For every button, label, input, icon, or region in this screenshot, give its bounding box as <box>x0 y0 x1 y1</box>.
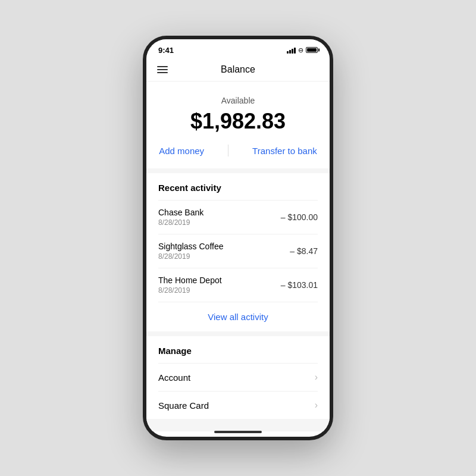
page-title: Balance <box>221 64 255 75</box>
activity-amount-1: – $8.47 <box>290 246 318 256</box>
activity-amount-2: – $103.01 <box>281 280 318 290</box>
activity-section-title: Recent activity <box>158 183 318 193</box>
balance-section: Available $1,982.83 Add money Transfer t… <box>146 82 330 168</box>
activity-name-2: The Home Depot <box>158 275 222 285</box>
phone-frame: 9:41 ⊖ Balance Available $1,982.8 <box>143 36 333 440</box>
status-icons: ⊖ <box>287 46 318 54</box>
manage-item-square-card[interactable]: Square Card › <box>158 391 318 419</box>
chevron-icon-square-card: › <box>315 400 318 411</box>
activity-info-2: The Home Depot 8/28/2019 <box>158 275 222 295</box>
activity-date-1: 8/28/2019 <box>158 252 223 261</box>
manage-item-label-square-card: Square Card <box>158 400 209 411</box>
chevron-icon-account: › <box>315 372 318 383</box>
activity-item-2[interactable]: The Home Depot 8/28/2019 – $103.01 <box>158 268 318 302</box>
manage-section-title: Manage <box>158 346 318 356</box>
scroll-area[interactable]: Available $1,982.83 Add money Transfer t… <box>146 82 330 431</box>
status-time: 9:41 <box>158 46 174 55</box>
manage-item-account[interactable]: Account › <box>158 363 318 391</box>
app-header: Balance <box>146 58 330 82</box>
status-bar: 9:41 ⊖ <box>146 39 330 58</box>
action-buttons: Add money Transfer to bank <box>158 145 318 156</box>
wifi-icon: ⊖ <box>298 46 303 54</box>
activity-date-0: 8/28/2019 <box>158 218 203 227</box>
add-money-button[interactable]: Add money <box>159 145 204 156</box>
activity-date-2: 8/28/2019 <box>158 286 222 295</box>
battery-icon <box>306 47 318 53</box>
manage-section: Manage Account › Square Card › <box>146 336 330 419</box>
activity-item-1[interactable]: Sightglass Coffee 8/28/2019 – $8.47 <box>158 234 318 268</box>
balance-amount: $1,982.83 <box>158 109 318 134</box>
transfer-to-bank-button[interactable]: Transfer to bank <box>252 145 317 156</box>
activity-amount-0: – $100.00 <box>281 212 318 222</box>
activity-item-0[interactable]: Chase Bank 8/28/2019 – $100.00 <box>158 200 318 234</box>
activity-name-1: Sightglass Coffee <box>158 242 223 251</box>
menu-button[interactable] <box>157 66 168 73</box>
signal-icon <box>287 46 296 54</box>
recent-activity-section: Recent activity Chase Bank 8/28/2019 – $… <box>146 173 330 331</box>
manage-item-label-account: Account <box>158 372 190 383</box>
available-label: Available <box>158 96 318 105</box>
activity-name-0: Chase Bank <box>158 208 203 217</box>
view-all-activity-button[interactable]: View all activity <box>158 302 318 331</box>
button-divider <box>228 145 228 156</box>
activity-info-0: Chase Bank 8/28/2019 <box>158 208 203 227</box>
home-indicator <box>214 431 262 433</box>
activity-info-1: Sightglass Coffee 8/28/2019 <box>158 242 223 261</box>
